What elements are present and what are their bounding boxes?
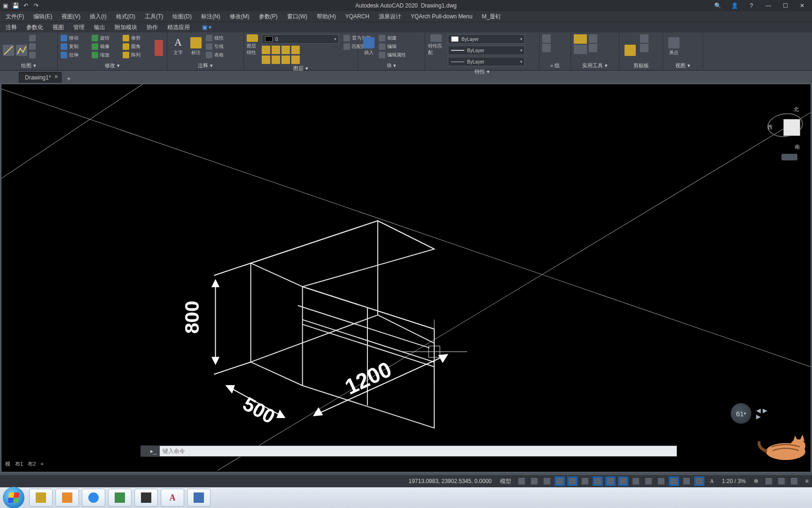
viewcube-south[interactable]: 南 xyxy=(795,143,800,151)
qat-redo-icon[interactable]: ↷ xyxy=(31,1,41,10)
lineweight-dropdown[interactable]: ByLayer xyxy=(448,46,525,55)
circle-tool[interactable] xyxy=(29,43,58,50)
transparency-toggle[interactable] xyxy=(643,476,654,486)
linetype-dropdown[interactable]: ByLayer xyxy=(448,57,525,66)
menu-item[interactable]: 参数(P) xyxy=(255,12,281,22)
leader-tool[interactable]: 引线 xyxy=(206,43,235,50)
layer-unlock-icon[interactable] xyxy=(281,56,290,64)
layer-freeze-icon[interactable] xyxy=(272,46,280,54)
ws-switch-icon[interactable]: ✲ xyxy=(750,476,761,486)
menu-item[interactable]: 源泉设计 xyxy=(375,12,405,22)
ungroup-icon[interactable] xyxy=(542,44,551,52)
layout-tab[interactable]: 布1 xyxy=(15,460,23,468)
menu-item[interactable]: 插入(I) xyxy=(86,12,110,22)
ribbon-tab[interactable]: 注释 xyxy=(2,23,21,32)
rect-tool[interactable] xyxy=(29,51,58,59)
ribbon-tab[interactable]: 精选应用 xyxy=(164,23,194,32)
command-input[interactable] xyxy=(160,448,677,454)
polyline-tool[interactable] xyxy=(16,34,27,56)
trim-tool[interactable]: 修剪 xyxy=(123,34,152,42)
scale-tool[interactable]: 缩放 xyxy=(92,51,121,59)
isolate-icon[interactable] xyxy=(776,476,787,486)
taskbar-browser[interactable] xyxy=(82,489,105,507)
menu-item[interactable]: 视图(V) xyxy=(58,12,84,22)
layer-props-button[interactable]: 图层特性 xyxy=(247,34,258,56)
polar-toggle[interactable] xyxy=(567,476,578,486)
frame-control[interactable]: 61▾ ◀ ▶▶ xyxy=(731,404,782,423)
hwaccel-icon[interactable] xyxy=(763,476,774,486)
ribbon-tab[interactable]: 输出 xyxy=(90,23,109,32)
cleanscreen-icon[interactable] xyxy=(789,476,799,486)
edit-attrib-button[interactable]: 编辑属性 xyxy=(379,51,408,59)
osnap-toggle[interactable] xyxy=(592,476,603,486)
layer-on-icon[interactable] xyxy=(262,56,270,64)
qp-toggle[interactable] xyxy=(681,476,692,486)
cmdline-grip-icon[interactable] xyxy=(141,446,147,456)
menu-item[interactable]: 帮助(H) xyxy=(313,12,340,22)
signin-icon[interactable]: 👤 xyxy=(729,1,740,10)
move-tool[interactable]: 移动 xyxy=(61,34,90,42)
customize-icon[interactable]: ≡ xyxy=(801,476,812,486)
color-dropdown[interactable]: ByLayer xyxy=(448,34,525,44)
taskbar-app3[interactable] xyxy=(187,489,211,507)
paste-button[interactable] xyxy=(622,34,638,56)
close-doc-icon[interactable]: ✕ xyxy=(54,74,58,80)
layer-lock-icon[interactable] xyxy=(281,46,290,54)
edit-block-button[interactable]: 编辑 xyxy=(379,43,408,50)
menu-item[interactable]: M_显钉 xyxy=(478,12,505,22)
taskbar-app1[interactable] xyxy=(108,489,132,507)
layer-thaw-icon[interactable] xyxy=(272,56,280,64)
max-icon[interactable]: ☐ xyxy=(780,1,790,10)
copy-tool[interactable]: 复制 xyxy=(61,43,90,50)
search-icon[interactable]: 🔍 xyxy=(712,1,723,10)
layer-iso-icon[interactable] xyxy=(262,46,270,54)
layer-match-icon[interactable] xyxy=(291,56,300,64)
base-view-button[interactable]: 基点 xyxy=(666,34,682,56)
mirror-tool[interactable]: 镜像 xyxy=(92,43,121,50)
copyclip-icon[interactable] xyxy=(640,44,648,52)
app-menu-icon[interactable]: ▣ xyxy=(0,1,10,10)
iso-toggle[interactable] xyxy=(579,476,590,486)
anno-scale[interactable]: 1:20 / 3% xyxy=(719,478,749,484)
menu-item[interactable]: 工具(T) xyxy=(141,12,167,22)
select-icon[interactable] xyxy=(574,45,587,54)
dyn-toggle[interactable] xyxy=(668,476,679,486)
ribbon-tab-overflow-icon[interactable]: ▣ ▾ xyxy=(198,23,215,32)
help-icon[interactable]: ? xyxy=(746,1,757,10)
ribbon-tab[interactable]: 管理 xyxy=(70,23,88,32)
layout-add[interactable]: + xyxy=(40,461,43,467)
frame-dial[interactable]: 61▾ xyxy=(731,403,751,424)
ribbon-tab[interactable]: 协作 xyxy=(143,23,162,32)
layout-tab[interactable]: 模 xyxy=(5,460,10,468)
insert-block-button[interactable]: 插入 xyxy=(361,34,377,56)
arc-tool[interactable] xyxy=(29,34,58,42)
measure-icon[interactable] xyxy=(574,34,587,44)
menu-item[interactable]: 窗口(W) xyxy=(283,12,311,22)
view-cube[interactable]: 北 西 南 xyxy=(767,103,805,141)
menu-item[interactable]: 编辑(E) xyxy=(30,12,56,22)
layer-dropdown[interactable]: 0 xyxy=(262,34,339,44)
ribbon-tab[interactable]: 视图 xyxy=(49,23,68,32)
cycling-toggle[interactable] xyxy=(656,476,666,486)
menu-item[interactable]: 文件(F) xyxy=(2,12,28,22)
menu-item[interactable]: YQARCH xyxy=(342,12,373,21)
viewcube-north[interactable]: 北 xyxy=(794,106,799,113)
menu-item[interactable]: 绘图(D) xyxy=(169,12,195,22)
doc-tab[interactable]: Drawing1* ✕ xyxy=(19,72,62,83)
cmdline-history-icon[interactable]: ▸_ xyxy=(147,446,160,456)
min-icon[interactable]: — xyxy=(763,1,773,10)
ribbon-tab[interactable]: 附加模块 xyxy=(111,23,141,32)
infer-toggle[interactable] xyxy=(541,476,552,486)
table-tool[interactable]: 表格 xyxy=(206,51,235,59)
match-props-button[interactable]: 特性匹配 xyxy=(428,34,444,56)
grid-toggle[interactable] xyxy=(516,476,527,486)
ribbon-tab[interactable]: 参数化 xyxy=(23,23,47,32)
layer-off-icon[interactable] xyxy=(291,46,300,54)
calc-icon[interactable] xyxy=(589,34,597,43)
space-toggle[interactable]: 模型 xyxy=(497,477,514,485)
linear-dim-tool[interactable]: 线性 xyxy=(206,34,235,42)
viewcube-face[interactable] xyxy=(783,119,800,136)
rotate-tool[interactable]: 旋转 xyxy=(92,34,121,42)
start-button[interactable] xyxy=(3,487,24,508)
new-doc-tab[interactable]: + xyxy=(64,74,73,83)
